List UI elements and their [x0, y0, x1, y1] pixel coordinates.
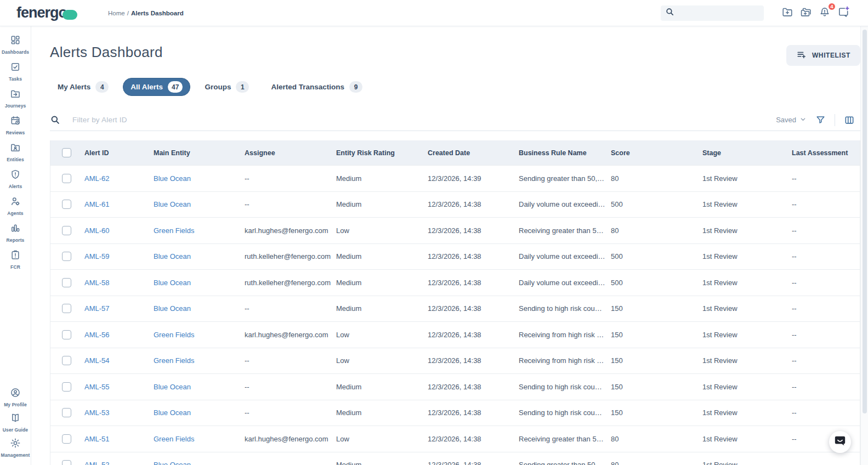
alert-id-link[interactable]: AML-58 — [84, 279, 154, 287]
score-cell: 150 — [611, 409, 702, 417]
main-entity-link[interactable]: Blue Ocean — [154, 383, 245, 391]
main-entity-link[interactable]: Blue Ocean — [154, 252, 245, 260]
sidebar-item-dashboards[interactable]: Dashboards — [0, 35, 31, 55]
alert-id-link[interactable]: AML-56 — [84, 331, 154, 339]
sidebar-item-reports[interactable]: Reports — [0, 223, 31, 243]
created-date-cell: 12/3/2026, 14:38 — [428, 383, 519, 391]
select-all-checkbox[interactable] — [62, 148, 71, 157]
breadcrumb-home[interactable]: Home — [108, 10, 125, 16]
column-header-business-rule-name[interactable]: Business Rule Name — [519, 149, 611, 157]
saved-filters-dropdown[interactable]: Saved — [776, 116, 807, 124]
column-header-last-assessment[interactable]: Last Assessment — [792, 149, 860, 157]
assignee-cell: -- — [245, 409, 336, 417]
column-header-alert-id[interactable]: Alert ID — [84, 149, 154, 157]
main-entity-link[interactable]: Blue Ocean — [154, 304, 245, 313]
sidebar-item-my-profile[interactable]: My Profile — [0, 387, 31, 407]
row-checkbox[interactable] — [62, 460, 71, 465]
risk-rating-cell: Medium — [336, 279, 428, 287]
column-header-entity-risk-rating[interactable]: Entity Risk Rating — [336, 149, 428, 157]
column-header-assignee[interactable]: Assignee — [245, 149, 336, 157]
notifications-button[interactable]: 4 — [815, 4, 834, 22]
sidebar-item-agents[interactable]: Agents — [0, 196, 31, 216]
filter-alert-id-input[interactable] — [72, 116, 776, 124]
alert-id-link[interactable]: AML-62 — [84, 174, 154, 183]
sidebar-item-fcr[interactable]: FCR — [0, 249, 31, 270]
sidebar-item-user-guide[interactable]: User Guide — [0, 412, 31, 433]
main-entity-link[interactable]: Green Fields — [154, 435, 245, 443]
stage-cell: 1st Review — [702, 200, 792, 208]
row-checkbox[interactable] — [62, 304, 71, 313]
alert-id-link[interactable]: AML-60 — [84, 226, 154, 235]
alert-id-link[interactable]: AML-59 — [84, 252, 154, 260]
sidebar-item-tasks[interactable]: Tasks — [0, 61, 31, 82]
row-checkbox[interactable] — [62, 174, 71, 183]
fenergo-logo[interactable]: fenergo — [16, 5, 77, 20]
main-entity-link[interactable]: Green Fields — [154, 226, 245, 235]
page-scrollbar-thumb[interactable] — [863, 30, 867, 413]
main-entity-link[interactable]: Blue Ocean — [154, 174, 245, 183]
last-assessment-cell: -- — [792, 331, 860, 339]
last-assessment-cell: -- — [792, 174, 860, 183]
row-select-cell — [50, 252, 84, 261]
sidebar-item-management[interactable]: Management — [0, 438, 31, 458]
main-entity-link[interactable]: Green Fields — [154, 331, 245, 339]
tab-count-badge: 47 — [168, 81, 183, 93]
tab-groups[interactable]: Groups 1 — [197, 78, 257, 96]
tab-all-alerts[interactable]: All Alerts 47 — [123, 78, 190, 96]
global-search[interactable] — [661, 5, 764, 21]
row-checkbox[interactable] — [62, 278, 71, 287]
row-checkbox[interactable] — [62, 330, 71, 339]
page-title: Alerts Dashboard — [50, 44, 163, 61]
row-checkbox[interactable] — [62, 408, 71, 417]
column-settings-icon[interactable] — [844, 115, 855, 126]
sidebar-item-journeys[interactable]: Journeys — [0, 88, 31, 109]
sidebar-item-entities[interactable]: Entities — [0, 142, 31, 162]
alert-id-link[interactable]: AML-55 — [84, 383, 154, 391]
add-folders-button[interactable] — [797, 4, 815, 22]
whitelist-button[interactable]: WHITELIST — [786, 45, 860, 66]
global-search-input[interactable] — [679, 9, 759, 17]
filter-funnel-icon[interactable] — [815, 115, 826, 125]
alert-id-link[interactable]: AML-53 — [84, 409, 154, 417]
tab-my-alerts[interactable]: My Alerts 4 — [50, 78, 116, 96]
main-entity-link[interactable]: Blue Ocean — [154, 461, 245, 465]
row-checkbox[interactable] — [62, 226, 71, 235]
column-header-main-entity[interactable]: Main Entity — [154, 149, 245, 157]
alert-id-link[interactable]: AML-52 — [84, 461, 154, 465]
row-checkbox[interactable] — [62, 356, 71, 365]
chat-bubble-icon — [834, 435, 846, 449]
alerts-dashboard-page: fenergo Home / Alerts Dashboard — [0, 0, 868, 465]
row-checkbox[interactable] — [62, 200, 71, 209]
main-entity-link[interactable]: Green Fields — [154, 356, 245, 365]
main-entity-link[interactable]: Blue Ocean — [154, 200, 245, 208]
alert-id-link[interactable]: AML-61 — [84, 200, 154, 208]
folders-plus-icon — [800, 6, 812, 20]
chat-widget-button[interactable] — [829, 431, 851, 453]
business-rule-cell: Receiving from high risk c... — [519, 331, 611, 339]
sidebar-item-reviews[interactable]: Reviews — [0, 115, 31, 135]
alert-id-link[interactable]: AML-51 — [84, 435, 154, 443]
alerts-shield-icon — [10, 169, 21, 182]
column-header-stage[interactable]: Stage — [702, 149, 792, 157]
sidebar-item-alerts[interactable]: Alerts — [0, 169, 31, 189]
business-rule-cell: Receiving from high risk c... — [519, 356, 611, 365]
score-cell: 80 — [611, 435, 702, 443]
agents-icon — [10, 196, 21, 209]
add-folder-button[interactable] — [778, 4, 797, 22]
alert-id-link[interactable]: AML-54 — [84, 356, 154, 365]
row-checkbox[interactable] — [62, 434, 71, 444]
feedback-button[interactable] — [834, 4, 853, 22]
management-gear-icon — [10, 438, 21, 451]
column-header-score[interactable]: Score — [611, 149, 702, 157]
risk-rating-cell: Low — [336, 331, 428, 339]
row-select-cell — [50, 356, 84, 365]
stage-cell: 1st Review — [702, 409, 792, 417]
tab-alerted-transactions[interactable]: Alerted Transactions 9 — [263, 78, 370, 96]
sidebar-nav: Dashboards Tasks Journeys Reviews Entiti… — [0, 26, 31, 465]
alert-id-link[interactable]: AML-57 — [84, 304, 154, 313]
row-checkbox[interactable] — [62, 252, 71, 261]
main-entity-link[interactable]: Blue Ocean — [154, 409, 245, 417]
column-header-created-date[interactable]: Created Date — [428, 149, 519, 157]
row-checkbox[interactable] — [62, 382, 71, 392]
main-entity-link[interactable]: Blue Ocean — [154, 279, 245, 287]
